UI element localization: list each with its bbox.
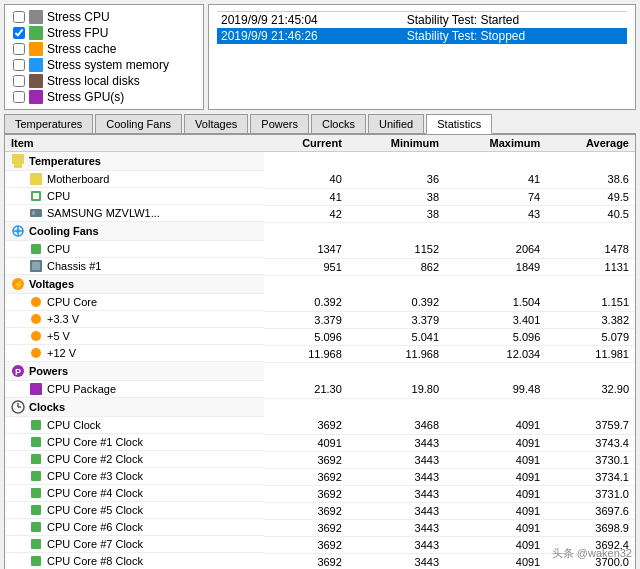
cell-4-6-3: 4091 <box>445 519 546 536</box>
cell-0-2-2: 38 <box>348 205 445 222</box>
table-row[interactable]: CPU41387449.5 <box>5 188 635 205</box>
table-row[interactable]: CPU Core #5 Clock3692344340913697.6 <box>5 502 635 519</box>
col-header-0: Item <box>5 135 264 152</box>
stress-icon-1 <box>29 26 43 40</box>
stress-item-3: Stress system memory <box>13 57 193 73</box>
table-row[interactable]: CPU Core0.3920.3921.5041.151 <box>5 294 635 311</box>
statistics-table: ItemCurrentMinimumMaximumAverage Tempera… <box>5 135 635 569</box>
cell-4-3-3: 4091 <box>445 468 546 485</box>
tab-unified[interactable]: Unified <box>368 114 424 133</box>
table-row[interactable]: CPU Core #3 Clock3692344340913734.1 <box>5 468 635 485</box>
cell-3-0-1: 21.30 <box>264 381 347 398</box>
svg-rect-30 <box>30 383 42 395</box>
cell-3-0-2: 19.80 <box>348 381 445 398</box>
stress-label-0: Stress CPU <box>47 10 110 24</box>
cell-2-0-1: 0.392 <box>264 294 347 311</box>
cell-4-1-1: 4091 <box>264 434 347 451</box>
table-row[interactable]: SAMSUNG MZVLW1...42384340.5 <box>5 205 635 222</box>
cell-2-1-2: 3.379 <box>348 311 445 328</box>
table-row[interactable]: Motherboard40364138.6 <box>5 171 635 188</box>
cell-1-0-4: 1478 <box>546 241 635 258</box>
tab-powers[interactable]: Powers <box>250 114 309 133</box>
cell-1-1-3: 1849 <box>445 258 546 275</box>
date-row-1[interactable]: 2019/9/9 21:46:26Stability Test: Stopped <box>217 28 627 44</box>
stress-checkbox-3[interactable] <box>13 59 25 71</box>
cell-4-4-4: 3731.0 <box>546 485 635 502</box>
table-row[interactable]: +5 V5.0965.0415.0965.079 <box>5 328 635 345</box>
svg-rect-5 <box>29 90 43 104</box>
cell-4-0-0: CPU Clock <box>5 417 264 434</box>
group-header-2: ⚡Voltages <box>5 275 635 294</box>
table-row[interactable]: CPU Package21.3019.8099.4832.90 <box>5 381 635 398</box>
stress-checkbox-5[interactable] <box>13 91 25 103</box>
svg-rect-21 <box>32 262 40 270</box>
top-area: Stress CPUStress FPUStress cacheStress s… <box>4 4 636 110</box>
table-row[interactable]: Chassis #195186218491131 <box>5 258 635 275</box>
cell-4-0-3: 4091 <box>445 417 546 434</box>
tab-voltages[interactable]: Voltages <box>184 114 248 133</box>
cell-2-3-3: 12.034 <box>445 345 546 362</box>
group-name-1: Cooling Fans <box>29 225 99 237</box>
cell-4-2-2: 3443 <box>348 451 445 468</box>
cell-2-2-3: 5.096 <box>445 328 546 345</box>
stress-checkbox-4[interactable] <box>13 75 25 87</box>
table-row[interactable]: CPU Core #7 Clock3692344340913692.4 <box>5 536 635 553</box>
cell-4-5-4: 3697.6 <box>546 502 635 519</box>
cell-1-0-1: 1347 <box>264 241 347 258</box>
svg-text:⚡: ⚡ <box>13 279 25 291</box>
svg-point-24 <box>31 297 41 307</box>
tab-clocks[interactable]: Clocks <box>311 114 366 133</box>
cell-4-8-2: 3443 <box>348 553 445 569</box>
group-header-1: Cooling Fans <box>5 222 635 241</box>
cell-2-2-0: +5 V <box>5 328 264 345</box>
cell-2-1-0: +3.3 V <box>5 311 264 328</box>
table-row[interactable]: +12 V11.96811.96812.03411.981 <box>5 345 635 362</box>
col-header-1: Current <box>264 135 347 152</box>
stress-checkbox-2[interactable] <box>13 43 25 55</box>
cell-4-3-1: 3692 <box>264 468 347 485</box>
stress-icon-3 <box>29 58 43 72</box>
group-header-0: Temperatures <box>5 152 635 172</box>
cell-4-0-4: 3759.7 <box>546 417 635 434</box>
cell-4-5-1: 3692 <box>264 502 347 519</box>
table-row[interactable]: CPU Core #6 Clock3692344340913698.9 <box>5 519 635 536</box>
cell-4-6-4: 3698.9 <box>546 519 635 536</box>
cell-4-8-1: 3692 <box>264 553 347 569</box>
table-row[interactable]: CPU Core #1 Clock4091344340913743.4 <box>5 434 635 451</box>
stress-checkbox-0[interactable] <box>13 11 25 23</box>
cell-0-1-4: 49.5 <box>546 188 635 205</box>
cell-4-6-2: 3443 <box>348 519 445 536</box>
date-cell-0: 2019/9/9 21:45:04 <box>217 12 403 29</box>
cell-2-2-2: 5.041 <box>348 328 445 345</box>
table-row[interactable]: CPU Clock3692346840913759.7 <box>5 417 635 434</box>
cell-4-7-1: 3692 <box>264 536 347 553</box>
cell-0-2-3: 43 <box>445 205 546 222</box>
cell-0-1-3: 74 <box>445 188 546 205</box>
cell-0-0-3: 41 <box>445 171 546 188</box>
cell-0-0-0: Motherboard <box>5 171 264 188</box>
svg-rect-11 <box>30 209 42 217</box>
stress-checkbox-1[interactable] <box>13 27 25 39</box>
table-row[interactable]: CPU Core #4 Clock3692344340913731.0 <box>5 485 635 502</box>
table-row[interactable]: CPU Core #8 Clock3692344340913700.0 <box>5 553 635 569</box>
cell-4-7-0: CPU Core #7 Clock <box>5 536 264 553</box>
table-row[interactable]: CPU1347115220641478 <box>5 241 635 258</box>
date-row-0[interactable]: 2019/9/9 21:45:04Stability Test: Started <box>217 12 627 29</box>
table-row[interactable]: +3.3 V3.3793.3793.4013.382 <box>5 311 635 328</box>
svg-point-14 <box>16 229 20 233</box>
tab-cooling-fans[interactable]: Cooling Fans <box>95 114 182 133</box>
cell-1-1-2: 862 <box>348 258 445 275</box>
tab-statistics[interactable]: Statistics <box>426 114 492 134</box>
date-status-box: 2019/9/9 21:45:04Stability Test: Started… <box>208 4 636 110</box>
cell-4-4-3: 4091 <box>445 485 546 502</box>
stress-icon-5 <box>29 90 43 104</box>
svg-rect-34 <box>31 420 41 430</box>
cell-0-0-4: 38.6 <box>546 171 635 188</box>
cell-4-3-4: 3734.1 <box>546 468 635 485</box>
cell-1-1-1: 951 <box>264 258 347 275</box>
cell-4-3-0: CPU Core #3 Clock <box>5 468 264 485</box>
stress-label-4: Stress local disks <box>47 74 140 88</box>
tab-temperatures[interactable]: Temperatures <box>4 114 93 133</box>
table-row[interactable]: CPU Core #2 Clock3692344340913730.1 <box>5 451 635 468</box>
cell-2-3-2: 11.968 <box>348 345 445 362</box>
